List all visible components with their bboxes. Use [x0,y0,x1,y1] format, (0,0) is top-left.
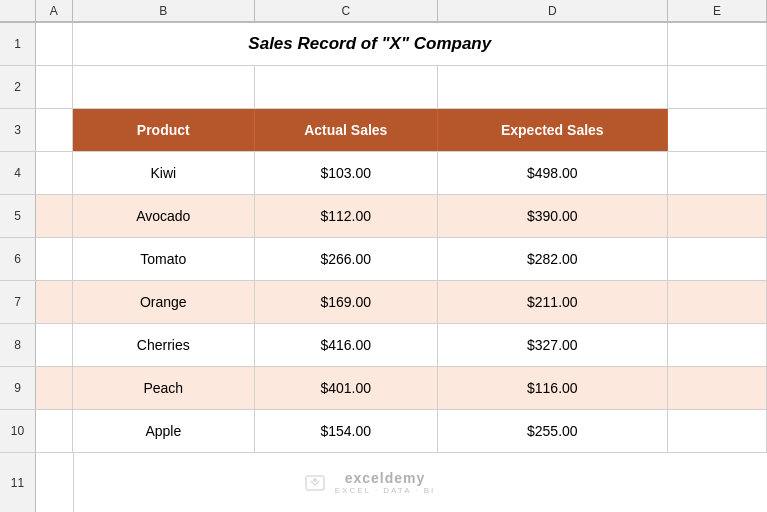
cell-6-product[interactable]: Tomato [73,238,256,280]
cell-10-product[interactable]: Apple [73,410,256,452]
cell-4-expected[interactable]: $498.00 [438,152,669,194]
col-header-c[interactable]: C [255,0,438,22]
cell-8-product[interactable]: Cherries [73,324,256,366]
col-header-d[interactable]: D [438,0,669,22]
corner-cell [0,0,36,22]
cell-1e[interactable] [668,23,767,65]
cell-2c[interactable] [255,66,438,108]
row-num-8: 8 [0,324,36,366]
cell-4e[interactable] [668,152,767,194]
watermark: exceldemy EXCEL · DATA · BI [303,470,436,495]
spreadsheet: A B C D E 1 Sales Record of "X" Company … [0,0,767,512]
cell-8-expected[interactable]: $327.00 [438,324,669,366]
cell-7e[interactable] [668,281,767,323]
col-header-b[interactable]: B [73,0,256,22]
header-actual-sales: Actual Sales [255,109,438,151]
row-8: 8 Cherries $416.00 $327.00 [0,324,767,367]
row-num-6: 6 [0,238,36,280]
cell-2a[interactable] [36,66,73,108]
footer-area: exceldemy EXCEL · DATA · BI [74,453,664,512]
cell-7-product[interactable]: Orange [73,281,256,323]
cell-6-actual[interactable]: $266.00 [255,238,438,280]
row-num-11: 11 [0,453,36,512]
svg-point-1 [313,478,317,482]
cell-5-product[interactable]: Avocado [73,195,256,237]
row-num-2: 2 [0,66,36,108]
cell-8a[interactable] [36,324,73,366]
cell-5-expected[interactable]: $390.00 [438,195,669,237]
row-num-5: 5 [0,195,36,237]
cell-6a[interactable] [36,238,73,280]
cell-4-actual[interactable]: $103.00 [255,152,438,194]
col-header-a[interactable]: A [36,0,73,22]
row-num-7: 7 [0,281,36,323]
cell-5-actual[interactable]: $112.00 [255,195,438,237]
cell-8e[interactable] [668,324,767,366]
cell-2b[interactable] [73,66,256,108]
rows-container: 1 Sales Record of "X" Company 2 3 Produc… [0,23,767,512]
row-num-1: 1 [0,23,36,65]
cell-10e[interactable] [668,410,767,452]
spreadsheet-title: Sales Record of "X" Company [73,23,669,65]
cell-11a[interactable] [36,453,74,512]
cell-6e[interactable] [668,238,767,280]
cell-10a[interactable] [36,410,73,452]
row-10: 10 Apple $154.00 $255.00 [0,410,767,453]
cell-2e[interactable] [668,66,767,108]
cell-5e[interactable] [668,195,767,237]
row-3-header: 3 Product Actual Sales Expected Sales [0,109,767,152]
cell-7a[interactable] [36,281,73,323]
watermark-icon [303,471,327,495]
cell-7-actual[interactable]: $169.00 [255,281,438,323]
cell-4-product[interactable]: Kiwi [73,152,256,194]
row-6: 6 Tomato $266.00 $282.00 [0,238,767,281]
watermark-text: exceldemy EXCEL · DATA · BI [335,470,436,495]
cell-5a[interactable] [36,195,73,237]
row-5: 5 Avocado $112.00 $390.00 [0,195,767,238]
row-4: 4 Kiwi $103.00 $498.00 [0,152,767,195]
row-num-4: 4 [0,152,36,194]
cell-7-expected[interactable]: $211.00 [438,281,669,323]
cell-1a[interactable] [36,23,73,65]
cell-10-actual[interactable]: $154.00 [255,410,438,452]
header-product: Product [73,109,256,151]
cell-11e[interactable] [664,453,767,512]
cell-10-expected[interactable]: $255.00 [438,410,669,452]
cell-3e[interactable] [668,109,767,151]
row-num-3: 3 [0,109,36,151]
row-2: 2 [0,66,767,109]
row-num-10: 10 [0,410,36,452]
cell-2d[interactable] [438,66,669,108]
cell-9-expected[interactable]: $116.00 [438,367,669,409]
watermark-tagline: EXCEL · DATA · BI [335,486,436,495]
cell-9e[interactable] [668,367,767,409]
cell-3a[interactable] [36,109,73,151]
header-expected-sales: Expected Sales [438,109,669,151]
cell-8-actual[interactable]: $416.00 [255,324,438,366]
row-9: 9 Peach $401.00 $116.00 [0,367,767,410]
cell-6-expected[interactable]: $282.00 [438,238,669,280]
cell-9-product[interactable]: Peach [73,367,256,409]
row-1: 1 Sales Record of "X" Company [0,23,767,66]
row-num-9: 9 [0,367,36,409]
cell-9a[interactable] [36,367,73,409]
row-11: 11 exceldemy EXCEL · DATA · BI [0,453,767,512]
cell-4a[interactable] [36,152,73,194]
watermark-brand: exceldemy [345,470,426,486]
column-headers: A B C D E [0,0,767,23]
cell-9-actual[interactable]: $401.00 [255,367,438,409]
row-7: 7 Orange $169.00 $211.00 [0,281,767,324]
col-header-e[interactable]: E [668,0,767,22]
